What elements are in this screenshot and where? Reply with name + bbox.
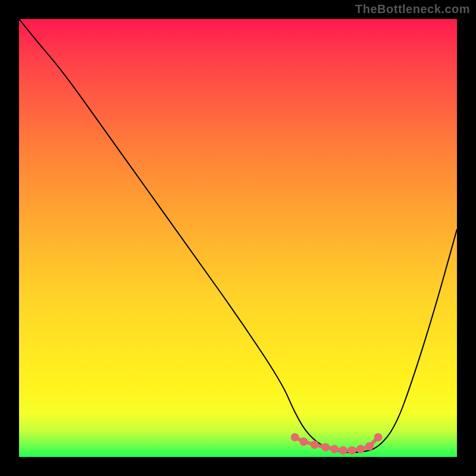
svg-point-18 — [376, 435, 381, 440]
chart-plot-area — [19, 19, 457, 457]
chart-svg — [19, 19, 457, 457]
optimal-zone-markers — [293, 435, 381, 453]
watermark-text: TheBottleneck.com — [355, 2, 470, 16]
bottleneck-curve — [19, 19, 457, 453]
